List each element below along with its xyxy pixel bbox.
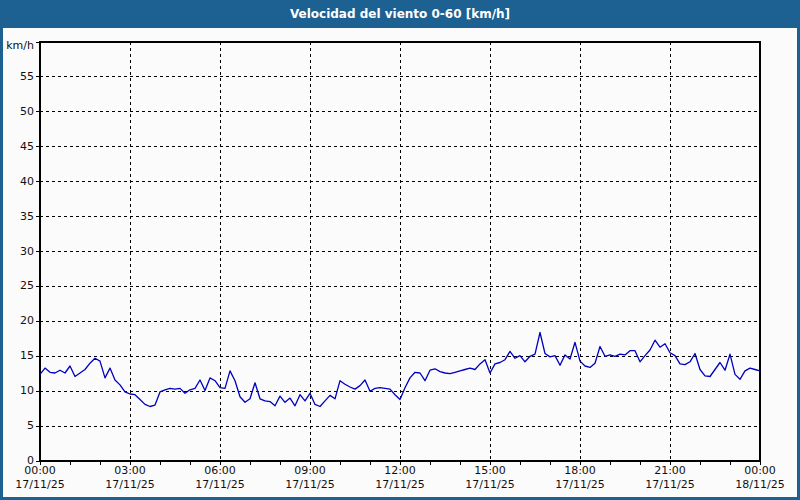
x-axis-date: 18/11/25 bbox=[728, 478, 792, 492]
x-axis-date: 17/11/25 bbox=[548, 478, 612, 492]
x-axis-time: 18:00 bbox=[548, 464, 612, 478]
y-axis-label: 55 bbox=[0, 70, 34, 84]
y-axis-label: 35 bbox=[0, 210, 34, 224]
y-axis-label: 45 bbox=[0, 140, 34, 154]
x-axis-label: 15:0017/11/25 bbox=[458, 464, 522, 492]
x-axis-time: 00:00 bbox=[8, 464, 72, 478]
x-axis-date: 17/11/25 bbox=[458, 478, 522, 492]
x-axis-date: 17/11/25 bbox=[98, 478, 162, 492]
x-axis-label: 21:0017/11/25 bbox=[638, 464, 702, 492]
x-axis-label: 18:0017/11/25 bbox=[548, 464, 612, 492]
x-axis-date: 17/11/25 bbox=[638, 478, 702, 492]
y-axis-label: 5 bbox=[0, 419, 34, 433]
y-axis-label: 15 bbox=[0, 349, 34, 363]
x-axis-time: 00:00 bbox=[728, 464, 792, 478]
y-axis-label: 10 bbox=[0, 384, 34, 398]
x-axis-label: 06:0017/11/25 bbox=[188, 464, 252, 492]
x-axis-time: 12:00 bbox=[368, 464, 432, 478]
app-window: Velocidad del viento 0-60 [km/h] km/h 05… bbox=[0, 0, 800, 500]
x-axis-time: 21:00 bbox=[638, 464, 702, 478]
x-axis-date: 17/11/25 bbox=[278, 478, 342, 492]
x-axis-time: 15:00 bbox=[458, 464, 522, 478]
y-axis-label: 25 bbox=[0, 279, 34, 293]
x-axis-label: 00:0018/11/25 bbox=[728, 464, 792, 492]
y-axis-label: 50 bbox=[0, 105, 34, 119]
x-axis-date: 17/11/25 bbox=[8, 478, 72, 492]
x-axis-label: 12:0017/11/25 bbox=[368, 464, 432, 492]
y-axis-label: 40 bbox=[0, 175, 34, 189]
x-axis-label: 09:0017/11/25 bbox=[278, 464, 342, 492]
x-axis-date: 17/11/25 bbox=[188, 478, 252, 492]
x-axis-date: 17/11/25 bbox=[368, 478, 432, 492]
x-axis-label: 00:0017/11/25 bbox=[8, 464, 72, 492]
x-axis-time: 09:00 bbox=[278, 464, 342, 478]
x-axis-time: 06:00 bbox=[188, 464, 252, 478]
x-axis-label: 03:0017/11/25 bbox=[98, 464, 162, 492]
y-axis-label: 20 bbox=[0, 314, 34, 328]
wind-speed-chart bbox=[0, 0, 800, 500]
y-axis-unit-label: km/h bbox=[0, 39, 34, 52]
x-axis-time: 03:00 bbox=[98, 464, 162, 478]
y-axis-label: 30 bbox=[0, 245, 34, 259]
